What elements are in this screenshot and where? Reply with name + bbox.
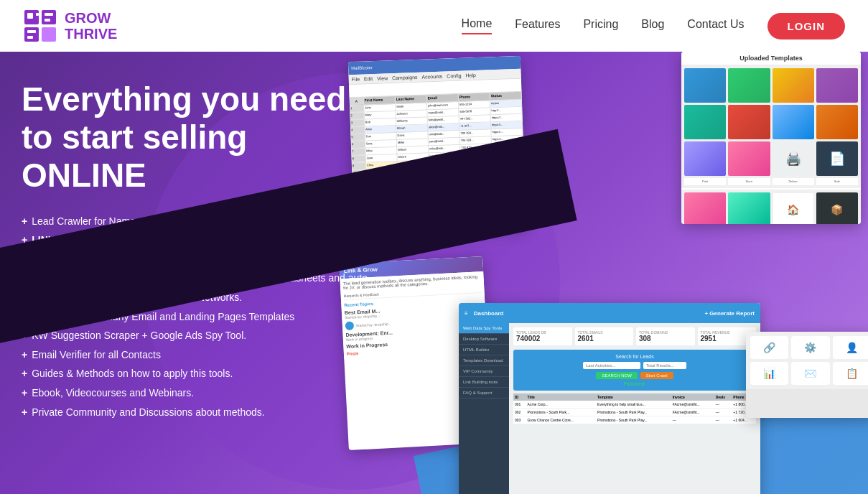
sidebar-item-3[interactable]: HTML Builder <box>459 345 509 355</box>
logo-thrive: THRIVE <box>65 26 117 42</box>
search-now-button[interactable]: SEARCH NOW <box>596 372 637 379</box>
col-template: Template <box>596 393 671 401</box>
icon-tile-5: ✉️ <box>791 362 829 385</box>
logo-container: GROW THRIVE <box>23 9 117 43</box>
templates-grid: 🖨️ 📄 Print Store Deliver Sale <box>681 65 861 188</box>
template-card-8 <box>816 105 858 139</box>
icon-tile-3: 👤 <box>833 336 868 359</box>
template-card-14 <box>728 192 770 224</box>
dashboard-stats: TOTAL LEADS DB 740002 TOTAL EMAILS 2601 … <box>513 327 756 345</box>
template-card-4 <box>816 68 858 103</box>
templates-header-text: Uploaded Templates <box>681 52 861 65</box>
logo-grow: GROW <box>65 10 117 26</box>
login-button[interactable]: LOGIN <box>767 13 846 39</box>
template-label-row: Print Store Deliver Sale <box>684 178 858 185</box>
icon-tiles-grid: 🔗 ⚙️ 👤 📊 ✉️ 📋 <box>746 332 868 389</box>
nav-contact[interactable]: Contact Us <box>687 18 744 34</box>
svg-rect-7 <box>45 19 50 22</box>
icon-tile-6: 📋 <box>833 362 868 385</box>
lead-row-3: 003Grow Chance Centre Cctre...Promotions… <box>513 416 756 424</box>
template-card-13 <box>684 192 726 224</box>
search-leads-title: Search for Leads <box>518 354 752 359</box>
template-card-9 <box>684 141 726 176</box>
template-card-11: 🖨️ <box>773 141 814 176</box>
template-card-16: 📦 <box>816 192 858 224</box>
hero-bullet-9: Private Community and Discussions about … <box>22 403 373 422</box>
logo-text: GROW THRIVE <box>65 10 117 42</box>
hero-bullet-6: Email Verifier for all Contacts <box>22 345 373 365</box>
sidebar-item-4[interactable]: Templates Download <box>459 355 509 366</box>
sidebar-item-2[interactable]: Desktop Software <box>459 334 509 345</box>
nav-blog[interactable]: Blog <box>641 18 664 34</box>
start-crawl-button[interactable]: Start Crawl <box>640 372 673 379</box>
icon-tile-1: 🔗 <box>750 336 788 359</box>
header: GROW THRIVE Home Features Pricing Blog C… <box>0 0 868 52</box>
sidebar-item-5[interactable]: VIP Community <box>459 366 509 377</box>
icon-tile-2: ⚙️ <box>791 336 829 359</box>
col-deals: Deals <box>714 393 732 401</box>
leads-table: ID Title Template Invoice Deals Phone 00… <box>513 393 756 424</box>
screenshots-area: MailBluster FileEditViewCampaignsAccount… <box>337 52 868 494</box>
col-invoice: Invoice <box>671 393 714 401</box>
template-card-12: 📄 <box>816 141 858 176</box>
screenshot-icon-tiles: 🔗 ⚙️ 👤 📊 ✉️ 📋 <box>746 332 868 418</box>
search-leads-box: Search for Leads SEARCH NOW Start Crawl … <box>513 350 756 391</box>
template-card-7 <box>773 105 814 139</box>
stat-domains: TOTAL DOMAINS 308 <box>636 327 695 345</box>
sidebar-item-7[interactable]: FAQ & Support <box>459 388 509 399</box>
nav-pricing[interactable]: Pricing <box>583 18 618 34</box>
sidebar-item-6[interactable]: Link Building tools <box>459 377 509 388</box>
svg-rect-1 <box>42 10 56 24</box>
svg-rect-6 <box>45 13 53 16</box>
template-card-10 <box>728 141 770 176</box>
col-id: ID <box>513 393 526 401</box>
template-card-6 <box>728 105 770 139</box>
svg-rect-5 <box>36 13 39 16</box>
svg-rect-2 <box>24 27 39 42</box>
svg-rect-8 <box>27 30 36 33</box>
lead-row-1: 001Acme Corp...Everything to help small … <box>513 401 756 409</box>
hero-bullet-8: Ebook, Videocourses and Webinars. <box>22 383 373 403</box>
nav-features[interactable]: Features <box>515 18 560 34</box>
template-card-15: 🏠 <box>773 192 814 224</box>
hero-section: Everything you need to start selling ONL… <box>0 52 868 494</box>
hero-title: Everything you need to start selling ONL… <box>22 80 373 195</box>
search-leads-input[interactable] <box>583 362 640 369</box>
stat-leads: TOTAL LEADS DB 740002 <box>513 327 572 345</box>
template-card-1 <box>684 68 726 103</box>
icon-tile-4: 📊 <box>750 362 788 385</box>
main-nav: Home Features Pricing Blog Contact Us LO… <box>462 13 845 39</box>
nav-home[interactable]: Home <box>462 17 493 34</box>
dashboard-sidebar: Web Data Spy Tools Desktop Software HTML… <box>459 323 509 494</box>
hero-bullet-5: KW Suggestion Scraper + Google Ads Spy T… <box>22 326 373 345</box>
svg-rect-9 <box>27 36 33 39</box>
logo-icon <box>23 9 57 43</box>
finished-text: Finished. <box>518 381 752 386</box>
screenshot-templates: Uploaded Templates 🖨️ 📄 Print Store Deli… <box>681 52 861 224</box>
dashboard-header: ≡ Search for Leads Dashboard + Generate … <box>459 303 760 323</box>
stat-emails: TOTAL EMAILS 2601 <box>575 327 634 345</box>
svg-rect-3 <box>42 27 56 42</box>
sidebar-item-1[interactable]: Web Data Spy Tools <box>459 323 509 334</box>
generate-report-btn[interactable]: + Generate Report <box>704 310 755 317</box>
screenshot-dashboard: ≡ Search for Leads Dashboard + Generate … <box>459 303 760 494</box>
col-title: Title <box>526 393 597 401</box>
lead-row-2: 002Promotions - South Park...Promotions … <box>513 409 756 416</box>
template-card-3 <box>773 68 814 103</box>
hero-bullet-7: Guides & Methods on how to apply this to… <box>22 364 373 383</box>
search-leads-input2[interactable] <box>643 362 686 369</box>
dashboard-main: TOTAL LEADS DB 740002 TOTAL EMAILS 2601 … <box>509 323 760 494</box>
template-card-2 <box>728 68 770 103</box>
templates-grid-2: 🏠 📦 <box>681 190 861 224</box>
template-card-5 <box>684 105 726 139</box>
svg-rect-4 <box>27 13 33 19</box>
